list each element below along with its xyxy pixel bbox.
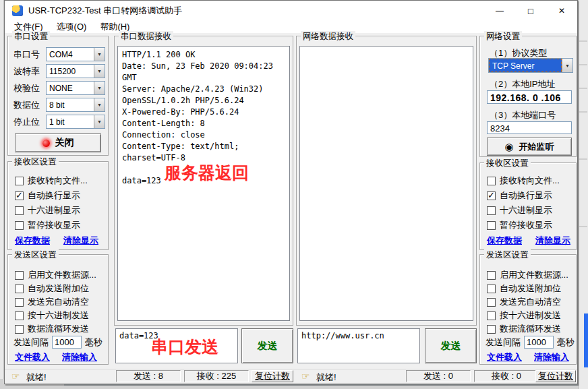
maximize-button[interactable]: □ (515, 1, 546, 21)
checkbox-hex-display[interactable]: ✓ 十六进制显示 (15, 205, 80, 216)
chevron-down-icon[interactable]: ▼ (94, 115, 105, 128)
checkbox-box[interactable]: ✓ (487, 191, 496, 200)
clear-input-link[interactable]: 清除输入 (534, 351, 569, 363)
checkbox-box[interactable]: ✓ (487, 311, 496, 320)
background-detail (579, 111, 587, 113)
checkbox-pause-receive[interactable]: ✓ 暂停接收显示 (487, 220, 552, 231)
checkbox-box[interactable]: ✓ (15, 311, 24, 320)
network-receive-area[interactable] (299, 46, 473, 321)
network-send-input[interactable]: http://www.usr.cn (297, 328, 420, 363)
select-value: TCP Server (489, 59, 562, 72)
group-title: 接收区设置 (484, 158, 531, 169)
checkbox-file-data-source[interactable]: ✓ 启用文件数据源... (487, 270, 568, 280)
start-listen-button[interactable]: ◉ 开始监听 (487, 138, 572, 156)
field-label: 数据位 (13, 99, 46, 111)
checkbox-box[interactable]: ✓ (487, 177, 496, 185)
serial-close-button[interactable]: 关闭 (15, 133, 101, 152)
checkbox-box[interactable]: ✓ (487, 285, 496, 293)
checkbox-auto-append[interactable]: ✓ 自动发送附加位 (487, 283, 561, 294)
checkbox-box[interactable]: ✓ (15, 271, 24, 280)
checkbox-auto-linefeed[interactable]: ✓ 自动换行显示 (487, 190, 552, 201)
checkbox-receive-to-file[interactable]: ✓ 接收转向文件... (15, 175, 88, 186)
checkbox-label: 接收转向文件... (28, 175, 88, 187)
chevron-down-icon[interactable]: ▼ (94, 98, 105, 111)
reset-count-button[interactable]: 复位计数 (252, 370, 293, 382)
clear-input-link[interactable]: 清除输入 (62, 351, 97, 363)
checkbox-hex-send[interactable]: ✓ 按十六进制发送 (487, 310, 561, 321)
checkbox-hex-display[interactable]: ✓ 十六进制显示 (487, 205, 552, 216)
checkbox-label: 按十六进制发送 (500, 309, 561, 322)
checkbox-file-data-source[interactable]: ✓ 启用文件数据源... (15, 270, 96, 280)
network-receive-settings-group: 接收区设置 ✓ 接收转向文件... ✓ 自动换行显示 ✓ 十六进制显示 ✓ 暂停… (479, 162, 577, 250)
reset-count-button[interactable]: 复位计数 (535, 370, 576, 382)
stop-bits-select[interactable]: 1 bit ▼ (46, 115, 105, 129)
chevron-down-icon[interactable]: ▼ (94, 65, 105, 78)
background-detail (579, 88, 587, 89)
checkbox-clear-after-send[interactable]: ✓ 发送完自动清空 (15, 297, 89, 307)
serial-send-button[interactable]: 发送 (241, 328, 293, 363)
minimize-button[interactable]: — (484, 1, 515, 21)
button-label: 开始监听 (519, 141, 554, 153)
group-title: 发送区设置 (484, 249, 531, 261)
checkbox-box[interactable]: ✓ (15, 221, 24, 230)
select-value: COM4 (47, 48, 94, 61)
chevron-down-icon[interactable]: ▼ (94, 48, 105, 61)
background-detail (584, 313, 588, 367)
interval-label: 发送间隔 (486, 336, 521, 349)
protocol-select[interactable]: TCP Server ▼ (488, 58, 573, 73)
menu-options[interactable]: 选项(O) (50, 20, 94, 34)
clear-display-link[interactable]: 清除显示 (535, 235, 570, 247)
checkbox-clear-after-send[interactable]: ✓ 发送完自动清空 (487, 297, 561, 307)
checkbox-loop-send[interactable]: ✓ 数据流循环发送 (15, 324, 89, 334)
save-data-link[interactable]: 保存数据 (15, 235, 50, 247)
chevron-down-icon[interactable]: ▼ (562, 59, 572, 72)
serial-send-input[interactable]: data=123 串口发送 (115, 328, 238, 363)
checkbox-auto-append[interactable]: ✓ 自动发送附加位 (15, 283, 89, 294)
checkbox-box[interactable]: ✓ (15, 206, 24, 215)
checkbox-hex-send[interactable]: ✓ 按十六进制发送 (15, 310, 89, 321)
checkbox-box[interactable]: ✓ (15, 325, 24, 334)
interval-unit: 毫秒 (85, 336, 102, 349)
field-data-bits: 数据位 8 bit ▼ (13, 98, 105, 112)
checkbox-pause-receive[interactable]: ✓ 暂停接收显示 (15, 220, 80, 231)
send-interval-input[interactable]: 1000 (52, 336, 82, 349)
checkbox-box[interactable]: ✓ (15, 191, 24, 200)
data-bits-select[interactable]: 8 bit ▼ (46, 98, 105, 112)
checkbox-box[interactable]: ✓ (487, 271, 496, 280)
checkbox-box[interactable]: ✓ (487, 221, 496, 230)
local-ip-label: （2）本地IP地址 (490, 78, 556, 90)
serial-send-settings-group: 发送区设置 ✓ 启用文件数据源... ✓ 自动发送附加位 ✓ 发送完自动清空 ✓… (7, 254, 109, 365)
button-label: 发送 (258, 340, 278, 353)
local-port-input[interactable]: 8234 (487, 121, 572, 134)
parity-select[interactable]: NONE ▼ (46, 81, 105, 95)
clear-display-link[interactable]: 清除显示 (63, 235, 98, 247)
local-ip-input[interactable]: 192.168. 0 .106 (487, 90, 572, 104)
close-button[interactable]: ✕ (546, 1, 577, 21)
checkbox-box[interactable]: ✓ (15, 285, 24, 293)
checkbox-box[interactable]: ✓ (487, 325, 496, 334)
checkbox-box[interactable]: ✓ (15, 298, 24, 307)
network-send-button[interactable]: 发送 (425, 328, 477, 363)
field-label: 串口号 (13, 49, 46, 61)
checkbox-box[interactable]: ✓ (15, 177, 24, 185)
save-data-link[interactable]: 保存数据 (487, 235, 522, 247)
baud-rate-select[interactable]: 115200 ▼ (46, 64, 105, 78)
titlebar[interactable]: USR-TCP232-Test 串口转网络调试助手 — □ ✕ (5, 1, 577, 21)
checkbox-label: 自动换行显示 (500, 189, 552, 202)
group-title: 串口设置 (12, 31, 50, 42)
serial-port-select[interactable]: COM4 ▼ (46, 47, 105, 61)
checkbox-box[interactable]: ✓ (487, 206, 496, 215)
chevron-down-icon[interactable]: ▼ (94, 82, 105, 94)
annotation-server-return: 服务器返回 (165, 162, 249, 184)
serial-send-row: data=123 串口发送 发送 (115, 328, 293, 363)
checkbox-receive-to-file[interactable]: ✓ 接收转向文件... (487, 175, 560, 186)
send-interval-input[interactable]: 1000 (524, 336, 554, 349)
checkbox-loop-send[interactable]: ✓ 数据流循环发送 (487, 324, 561, 334)
checkbox-box[interactable]: ✓ (487, 298, 496, 307)
send-interval-row: 发送间隔 1000 毫秒 (486, 336, 575, 349)
checkbox-label: 自动发送附加位 (28, 282, 89, 295)
check-icon: ✓ (488, 190, 495, 200)
checkbox-auto-linefeed[interactable]: ✓ 自动换行显示 (15, 190, 80, 201)
load-file-link[interactable]: 文件载入 (487, 351, 522, 363)
load-file-link[interactable]: 文件载入 (15, 351, 50, 363)
